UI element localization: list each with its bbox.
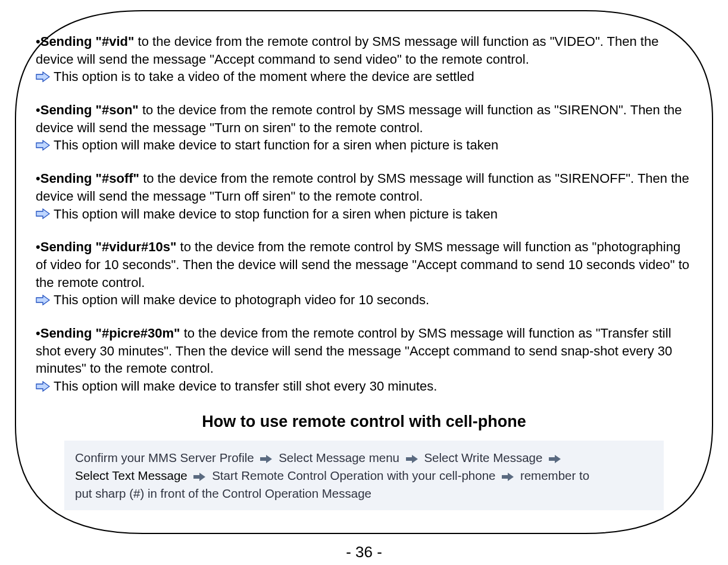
command-section-soff: •Sending "#soff" to the device from the … xyxy=(36,170,692,223)
arrow-right-icon xyxy=(36,140,50,151)
command-description: •Sending "#picre#30m" to the device from… xyxy=(36,324,692,377)
content-area: •Sending "#vid" to the device from the r… xyxy=(36,33,692,510)
howto-steps-box: Confirm your MMS Server Profile Select M… xyxy=(64,441,664,510)
command-section-vidur: •Sending "#vidur#10s" to the device from… xyxy=(36,238,692,309)
command-note: This option is to take a video of the mo… xyxy=(54,68,474,86)
howto-step: Confirm your MMS Server Profile xyxy=(75,451,254,464)
howto-step: Select Text Message xyxy=(75,469,188,482)
command-description: •Sending "#vidur#10s" to the device from… xyxy=(36,238,692,291)
arrow-right-icon xyxy=(501,473,514,481)
command-note: This option will make device to start fu… xyxy=(54,136,498,154)
arrow-right-icon xyxy=(405,455,418,463)
command-description: •Sending "#vid" to the device from the r… xyxy=(36,33,692,68)
arrow-right-icon xyxy=(260,455,273,463)
command-section-vid: •Sending "#vid" to the device from the r… xyxy=(36,33,692,86)
command-note: This option will make device to transfer… xyxy=(54,377,437,395)
howto-heading: How to use remote control with cell-phon… xyxy=(36,411,692,432)
howto-step: Start Remote Control Operation with your… xyxy=(212,469,495,482)
arrow-right-icon xyxy=(36,381,50,392)
arrow-right-icon xyxy=(548,455,561,463)
arrow-right-icon xyxy=(36,71,50,82)
command-section-picre: •Sending "#picre#30m" to the device from… xyxy=(36,324,692,395)
howto-step: put sharp (#) in front of the Control Op… xyxy=(75,486,371,500)
howto-step: remember to xyxy=(520,469,589,482)
page-number: - 36 - xyxy=(0,543,728,561)
howto-step: Select Message menu xyxy=(279,451,399,464)
howto-step: Select Write Message xyxy=(424,451,542,464)
arrow-right-icon xyxy=(36,295,50,305)
command-description: •Sending "#son" to the device from the r… xyxy=(36,101,692,136)
command-description: •Sending "#soff" to the device from the … xyxy=(36,170,692,205)
arrow-right-icon xyxy=(193,473,206,481)
arrow-right-icon xyxy=(36,208,50,219)
command-note: This option will make device to photogra… xyxy=(54,291,429,309)
command-note: This option will make device to stop fun… xyxy=(54,205,498,223)
command-section-son: •Sending "#son" to the device from the r… xyxy=(36,101,692,154)
